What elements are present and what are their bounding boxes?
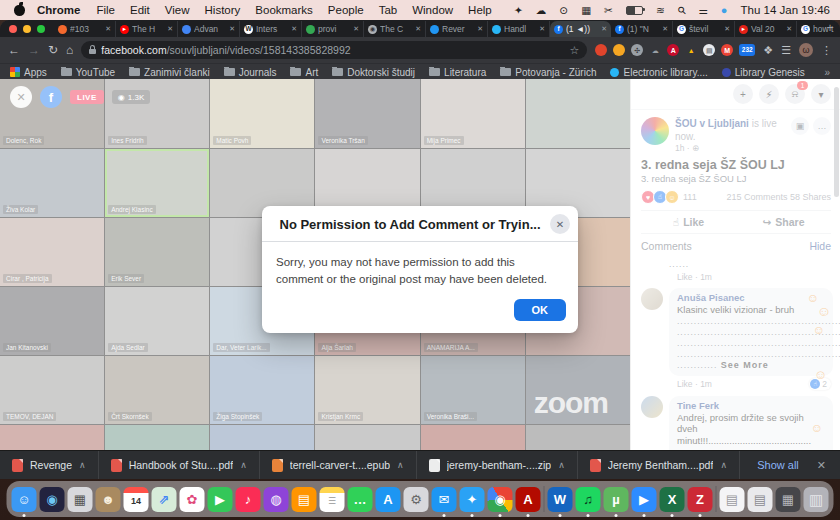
tab-close-icon[interactable]: ✕	[167, 25, 173, 33]
download-item[interactable]: Revenge ∧	[0, 451, 99, 479]
address-bar[interactable]: facebook.com/souvljubljani/videos/158143…	[81, 41, 587, 59]
word[interactable]: W	[548, 487, 573, 512]
zotero[interactable]: Z	[688, 487, 713, 512]
tab-close-icon[interactable]: ✕	[229, 25, 235, 33]
menu-item[interactable]: People	[328, 4, 364, 16]
download-item[interactable]: Handbook of Stu....pdf ∧	[99, 451, 260, 479]
ok-button[interactable]: OK	[514, 299, 567, 321]
tab-close-icon[interactable]: ✕	[291, 25, 297, 33]
screen-record-icon[interactable]: ⊙	[559, 5, 568, 16]
bookmark-item[interactable]: Doktorski študij	[332, 67, 415, 78]
chrome-menu-icon[interactable]: ⋮	[821, 45, 832, 56]
download-chevron-icon[interactable]: ∧	[240, 460, 247, 470]
browser-tab[interactable]: Rever ✕	[426, 21, 488, 37]
browser-tab[interactable]: ▸ Val 20 ✕	[735, 21, 797, 37]
extension-mail[interactable]: M	[721, 44, 733, 56]
extension-adblock[interactable]: A	[667, 44, 679, 56]
dock-separator[interactable]	[544, 486, 545, 512]
tab-close-icon[interactable]: ✕	[353, 25, 359, 33]
extension-drive[interactable]: ▲	[685, 44, 697, 56]
bookmark-item[interactable]: Literatura	[429, 67, 486, 78]
browser-tab[interactable]: Handl ✕	[488, 21, 550, 37]
notes[interactable]: ☰	[320, 487, 345, 512]
secure-lock-icon[interactable]	[89, 49, 96, 54]
extension-tab-counter[interactable]: 232	[739, 44, 755, 56]
menu-item[interactable]: History	[205, 4, 241, 16]
browser-tab[interactable]: G števil ✕	[673, 21, 735, 37]
browser-tab[interactable]: Advan ✕	[178, 21, 240, 37]
extension-docs[interactable]: ▤	[703, 44, 715, 56]
bookmark-item[interactable]: Library Genesis	[722, 67, 805, 78]
extension-key[interactable]	[613, 44, 625, 56]
browser-tab[interactable]: provi ✕	[302, 21, 364, 37]
menu-item[interactable]: Tab	[379, 4, 398, 16]
menu-item[interactable]: File	[96, 4, 115, 16]
home-button[interactable]: ⌂	[66, 44, 73, 56]
finder[interactable]: ☺	[12, 487, 37, 512]
bookmark-item[interactable]: Apps	[10, 67, 47, 78]
profile-avatar[interactable]: ω	[799, 43, 813, 57]
spotify[interactable]: ♫	[576, 487, 601, 512]
extensions-puzzle-icon[interactable]: ❖	[763, 45, 773, 56]
siri[interactable]: ◉	[40, 487, 65, 512]
bookmark-item[interactable]: Potovanja - Zürich	[500, 67, 596, 78]
forward-button[interactable]: →	[28, 44, 40, 56]
active-app-name[interactable]: Chrome	[37, 4, 80, 16]
download-chevron-icon[interactable]: ∧	[720, 460, 727, 470]
wifi-icon[interactable]: ≋	[656, 5, 665, 16]
window-preview-dark[interactable]: ▦	[776, 487, 801, 512]
control-center-icon[interactable]: ⚌	[698, 5, 707, 16]
document-stack[interactable]: ▤	[720, 487, 745, 512]
system-preferences[interactable]: ⚙	[404, 487, 429, 512]
download-chevron-icon[interactable]: ∧	[397, 460, 404, 470]
bookmarks-overflow-icon[interactable]: »	[824, 67, 830, 78]
extension-password[interactable]	[595, 44, 607, 56]
launchpad[interactable]: ▦	[68, 487, 93, 512]
calendar[interactable]: 14	[124, 487, 149, 512]
tab-close-icon[interactable]: ✕	[601, 25, 607, 33]
mail[interactable]: ✉	[432, 487, 457, 512]
menu-item[interactable]: Bookmarks	[255, 4, 313, 16]
menu-item[interactable]: View	[165, 4, 190, 16]
podcasts[interactable]: ◍	[264, 487, 289, 512]
show-all-downloads-button[interactable]: Show all	[757, 459, 799, 471]
download-item[interactable]: Jeremy Bentham....pdf ∧	[578, 451, 740, 479]
books[interactable]: ▤	[292, 487, 317, 512]
zoom[interactable]: ▶	[632, 487, 657, 512]
maps[interactable]: ⇗	[152, 487, 177, 512]
zoom-window-button[interactable]	[37, 25, 45, 33]
menu-item[interactable]: Help	[468, 4, 492, 16]
bookmark-star-icon[interactable]: ☆	[569, 44, 579, 57]
downloads-bar-close-icon[interactable]: ✕	[817, 459, 826, 472]
spotlight-icon[interactable]: ⚲	[675, 4, 688, 17]
media-controls-icon[interactable]: ☰	[781, 45, 791, 56]
tab-close-icon[interactable]: ✕	[724, 25, 730, 33]
app-store[interactable]: A	[376, 487, 401, 512]
utility-icon[interactable]: ✂	[604, 5, 613, 16]
input-source-icon[interactable]: ▦	[581, 5, 591, 16]
window-preview-light[interactable]: ▤	[748, 487, 773, 512]
music[interactable]: ♪	[236, 487, 261, 512]
menu-item[interactable]: Edit	[130, 4, 150, 16]
password-manager-icon[interactable]: ✦	[514, 5, 523, 16]
chrome[interactable]: ◉	[488, 487, 513, 512]
photos[interactable]: ✿	[180, 487, 205, 512]
trash[interactable]: ▥	[804, 487, 829, 512]
cloud-sync-icon[interactable]: ☁	[536, 5, 547, 16]
new-tab-button[interactable]: +	[820, 21, 840, 37]
tab-close-icon[interactable]: ✕	[786, 25, 792, 33]
download-chevron-icon[interactable]: ∧	[79, 460, 86, 470]
tab-close-icon[interactable]: ✕	[105, 25, 111, 33]
facetime[interactable]: ▶	[208, 487, 233, 512]
siri-icon[interactable]: ●	[721, 5, 728, 16]
bookmark-item[interactable]: YouTube	[61, 67, 115, 78]
extension-sync[interactable]: ✣	[631, 44, 643, 56]
bookmark-item[interactable]: Electronic library....	[610, 67, 707, 78]
dialog-close-icon[interactable]: ✕	[550, 214, 570, 234]
menu-bar-clock[interactable]: Thu 14 Jan 19:46	[740, 4, 830, 16]
browser-tab[interactable]: f (1 ◄)) ✕	[550, 21, 611, 37]
contacts[interactable]: ☻	[96, 487, 121, 512]
menu-item[interactable]: Window	[412, 4, 453, 16]
extension-cloud[interactable]: ☁	[649, 44, 661, 56]
browser-tab[interactable]: f (1) "N ✕	[611, 21, 673, 37]
